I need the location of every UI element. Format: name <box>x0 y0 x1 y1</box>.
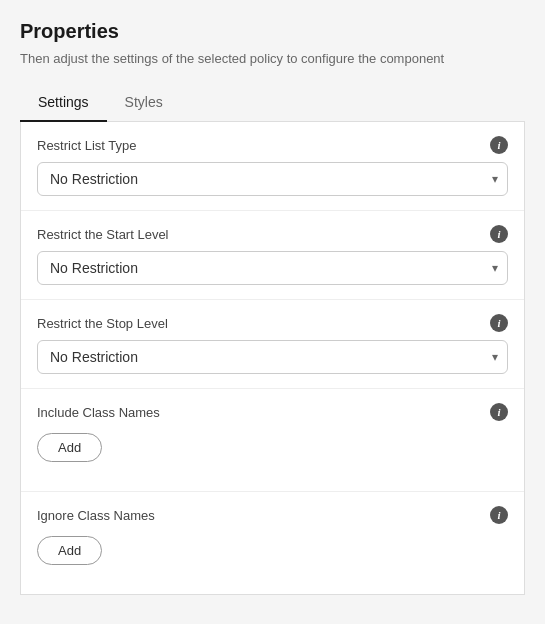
restrict-start-level-info-icon[interactable]: i <box>490 225 508 243</box>
restrict-list-type-label: Restrict List Type <box>37 138 136 153</box>
include-class-names-tags-area: Add <box>37 429 508 477</box>
restrict-stop-level-select-wrapper: No Restriction ▾ <box>37 340 508 374</box>
ignore-class-names-tags-area: Add <box>37 532 508 580</box>
restrict-stop-level-label: Restrict the Stop Level <box>37 316 168 331</box>
ignore-class-names-add-button[interactable]: Add <box>37 536 102 565</box>
field-restrict-stop-level: Restrict the Stop Level i No Restriction… <box>21 300 524 389</box>
tab-styles[interactable]: Styles <box>107 86 181 122</box>
field-restrict-start-level: Restrict the Start Level i No Restrictio… <box>21 211 524 300</box>
field-restrict-list-type: Restrict List Type i No Restriction ▾ <box>21 122 524 211</box>
ignore-class-names-label: Ignore Class Names <box>37 508 155 523</box>
field-ignore-class-names: Ignore Class Names i Add <box>21 492 524 594</box>
restrict-list-type-info-icon[interactable]: i <box>490 136 508 154</box>
include-class-names-add-button[interactable]: Add <box>37 433 102 462</box>
include-class-names-info-icon[interactable]: i <box>490 403 508 421</box>
settings-content: Restrict List Type i No Restriction ▾ Re… <box>20 122 525 595</box>
page-subtitle: Then adjust the settings of the selected… <box>20 51 525 66</box>
restrict-stop-level-info-icon[interactable]: i <box>490 314 508 332</box>
field-include-class-names: Include Class Names i Add <box>21 389 524 492</box>
include-class-names-label: Include Class Names <box>37 405 160 420</box>
ignore-class-names-info-icon[interactable]: i <box>490 506 508 524</box>
restrict-start-level-label: Restrict the Start Level <box>37 227 169 242</box>
tab-settings[interactable]: Settings <box>20 86 107 122</box>
restrict-start-level-select-wrapper: No Restriction ▾ <box>37 251 508 285</box>
restrict-start-level-select[interactable]: No Restriction <box>37 251 508 285</box>
page-title: Properties <box>20 20 525 43</box>
restrict-list-type-select-wrapper: No Restriction ▾ <box>37 162 508 196</box>
restrict-list-type-select[interactable]: No Restriction <box>37 162 508 196</box>
tabs-bar: Settings Styles <box>20 86 525 122</box>
properties-panel: Properties Then adjust the settings of t… <box>0 0 545 624</box>
restrict-stop-level-select[interactable]: No Restriction <box>37 340 508 374</box>
